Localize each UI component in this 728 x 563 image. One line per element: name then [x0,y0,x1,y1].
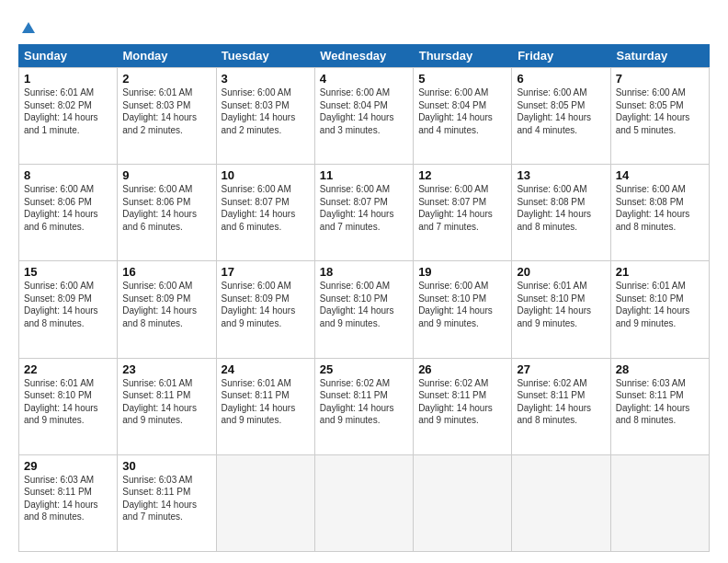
cell-line: and 9 minutes. [418,317,506,330]
cell-line: and 8 minutes. [24,511,112,523]
cell-line: Daylight: 14 hours [222,208,310,221]
cell-line: Sunrise: 6:01 AM [222,377,310,390]
cell-line: Sunset: 8:10 PM [616,293,704,305]
cell-line: and 8 minutes. [122,317,210,330]
day-number: 28 [616,362,704,376]
cell-line: and 8 minutes. [517,414,605,427]
day-number: 25 [320,362,408,376]
cell-line: and 7 minutes. [320,221,408,234]
cell-line: and 9 minutes. [222,414,310,427]
cell-line: Sunrise: 6:00 AM [517,86,605,99]
cell-line: Daylight: 14 hours [320,402,408,415]
cell-line: Sunset: 8:03 PM [122,99,210,112]
cell-line: Sunrise: 6:00 AM [418,280,506,293]
day-cell-29: 29Sunrise: 6:03 AMSunset: 8:11 PMDayligh… [19,455,118,552]
cell-line: and 9 minutes. [122,414,210,427]
cell-line: Daylight: 14 hours [616,208,704,221]
cell-line: Sunset: 8:09 PM [122,293,210,305]
day-cell-18: 18Sunrise: 6:00 AMSunset: 8:10 PMDayligh… [315,261,414,358]
day-number: 5 [418,72,506,86]
cell-line: Sunset: 8:08 PM [616,196,704,209]
day-cell-27: 27Sunrise: 6:02 AMSunset: 8:11 PMDayligh… [512,359,610,455]
cell-line: Sunrise: 6:00 AM [222,280,310,293]
day-cell-14: 14Sunrise: 6:00 AMSunset: 8:08 PMDayligh… [611,165,710,261]
day-number: 15 [24,265,112,279]
day-cell-23: 23Sunrise: 6:01 AMSunset: 8:11 PMDayligh… [118,359,216,455]
empty-cell [611,455,710,552]
cell-line: Sunset: 8:05 PM [517,99,605,112]
cell-line: Sunset: 8:11 PM [24,486,112,499]
cell-line: and 8 minutes. [616,414,704,427]
cell-line: Sunset: 8:10 PM [320,293,408,305]
cell-line: Daylight: 14 hours [24,208,112,221]
cell-line: and 9 minutes. [418,414,506,427]
cell-line: Daylight: 14 hours [320,208,408,221]
day-cell-13: 13Sunrise: 6:00 AMSunset: 8:08 PMDayligh… [512,165,610,261]
cell-line: Sunrise: 6:00 AM [122,183,210,196]
cell-line: and 9 minutes. [24,414,112,427]
day-cell-30: 30Sunrise: 6:03 AMSunset: 8:11 PMDayligh… [118,455,216,552]
cell-line: Sunset: 8:09 PM [24,293,112,305]
cell-line: Daylight: 14 hours [616,304,704,317]
cell-line: Daylight: 14 hours [122,111,210,124]
cell-line: Daylight: 14 hours [517,208,605,221]
cell-line: Daylight: 14 hours [222,111,310,124]
day-cell-25: 25Sunrise: 6:02 AMSunset: 8:11 PMDayligh… [315,359,414,455]
cell-line: and 9 minutes. [222,317,310,330]
cell-line: and 6 minutes. [24,221,112,234]
cell-line: Sunset: 8:03 PM [222,99,310,112]
day-cell-17: 17Sunrise: 6:00 AMSunset: 8:09 PMDayligh… [217,261,315,358]
cell-line: Sunset: 8:06 PM [24,196,112,209]
cell-line: Sunset: 8:11 PM [222,389,310,402]
cell-line: and 8 minutes. [24,317,112,330]
cell-line: Sunset: 8:06 PM [122,196,210,209]
logo-icon [20,20,37,37]
day-cell-9: 9Sunrise: 6:00 AMSunset: 8:06 PMDaylight… [118,165,216,261]
cell-line: and 6 minutes. [222,221,310,234]
cell-line: Sunrise: 6:01 AM [122,86,210,99]
cell-line: Daylight: 14 hours [517,111,605,124]
cell-line: Sunrise: 6:00 AM [616,183,704,196]
day-number: 23 [122,362,210,376]
cell-line: Daylight: 14 hours [320,304,408,317]
cell-line: Daylight: 14 hours [320,111,408,124]
day-cell-10: 10Sunrise: 6:00 AMSunset: 8:07 PMDayligh… [217,165,315,261]
cell-line: and 8 minutes. [616,221,704,234]
cell-line: Sunrise: 6:00 AM [320,86,408,99]
day-cell-26: 26Sunrise: 6:02 AMSunset: 8:11 PMDayligh… [414,359,512,455]
day-cell-2: 2Sunrise: 6:01 AMSunset: 8:03 PMDaylight… [118,68,216,165]
day-number: 27 [517,362,605,376]
cell-line: and 8 minutes. [517,221,605,234]
day-cell-16: 16Sunrise: 6:00 AMSunset: 8:09 PMDayligh… [118,261,216,358]
cell-line: Sunset: 8:11 PM [616,389,704,402]
cell-line: Daylight: 14 hours [24,111,112,124]
cell-line: Daylight: 14 hours [122,402,210,415]
day-number: 21 [616,265,704,279]
cell-line: Sunrise: 6:00 AM [418,183,506,196]
calendar-header: SundayMondayTuesdayWednesdayThursdayFrid… [18,44,710,67]
cell-line: Daylight: 14 hours [122,304,210,317]
cell-line: Sunset: 8:10 PM [517,293,605,305]
cell-line: Sunrise: 6:02 AM [418,377,506,390]
cell-line: Daylight: 14 hours [24,499,112,511]
day-number: 2 [122,72,210,86]
cell-line: Sunset: 8:11 PM [122,389,210,402]
cell-line: Sunset: 8:11 PM [517,389,605,402]
day-cell-15: 15Sunrise: 6:00 AMSunset: 8:09 PMDayligh… [19,261,118,358]
cell-line: and 7 minutes. [122,511,210,523]
cell-line: Sunset: 8:11 PM [122,486,210,499]
empty-cell [512,455,610,552]
day-number: 12 [418,168,506,182]
cell-line: Daylight: 14 hours [517,402,605,415]
day-number: 3 [222,72,310,86]
cell-line: and 9 minutes. [616,317,704,330]
cell-line: and 7 minutes. [418,221,506,234]
cell-line: Sunrise: 6:02 AM [320,377,408,390]
cell-line: Sunrise: 6:00 AM [24,183,112,196]
cell-line: Sunrise: 6:00 AM [222,183,310,196]
empty-cell [217,455,315,552]
cell-line: Sunset: 8:07 PM [222,196,310,209]
day-number: 30 [122,459,210,473]
cell-line: Sunrise: 6:00 AM [418,86,506,99]
day-cell-21: 21Sunrise: 6:01 AMSunset: 8:10 PMDayligh… [611,261,710,358]
